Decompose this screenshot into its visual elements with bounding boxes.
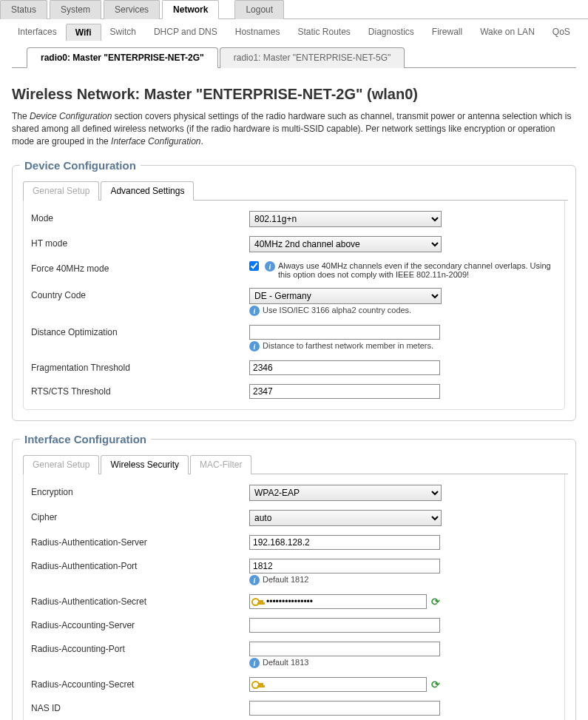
subtab-interfaces[interactable]: Interfaces xyxy=(9,24,66,41)
checkbox-force40[interactable] xyxy=(249,261,259,271)
main-tabs: Status System Services Network Logout xyxy=(0,0,588,19)
reveal-icon[interactable]: ⟳ xyxy=(431,596,440,608)
subtab-firewall[interactable]: Firewall xyxy=(423,24,471,41)
select-encryption[interactable]: WPA2-EAP xyxy=(249,485,442,501)
device-tab-general[interactable]: General Setup xyxy=(23,181,99,201)
device-configuration-legend: Device Configuration xyxy=(20,159,141,172)
interface-inner-tabs: General Setup Wireless Security MAC-Filt… xyxy=(23,454,568,474)
label-acctport: Radius-Accounting-Port xyxy=(31,642,249,654)
label-authport: Radius-Authentication-Port xyxy=(31,559,249,571)
label-distance: Distance Optimization xyxy=(31,325,249,337)
radio-tabs: radio0: Master "ENTERPRISE-NET-2G" radio… xyxy=(12,47,576,68)
tab-logout[interactable]: Logout xyxy=(234,0,284,19)
tab-system[interactable]: System xyxy=(50,0,101,19)
device-tab-advanced[interactable]: Advanced Settings xyxy=(101,181,194,201)
subtab-dhcp[interactable]: DHCP and DNS xyxy=(145,24,226,41)
subtab-diagnostics[interactable]: Diagnostics xyxy=(359,24,423,41)
select-mode[interactable]: 802.11g+n xyxy=(249,211,442,227)
subtab-switch[interactable]: Switch xyxy=(101,24,145,41)
input-authsecret[interactable] xyxy=(249,594,427,609)
input-nasid[interactable] xyxy=(249,701,440,716)
tab-status[interactable]: Status xyxy=(0,0,47,19)
label-nasid: NAS ID xyxy=(31,701,249,713)
hint-acctport: Default 1813 xyxy=(263,658,308,667)
device-inner-tabs: General Setup Advanced Settings xyxy=(23,181,568,201)
info-icon: i xyxy=(249,341,260,351)
interface-tab-general[interactable]: General Setup xyxy=(23,455,99,474)
subtab-wol[interactable]: Wake on LAN xyxy=(471,24,544,41)
label-force40: Force 40MHz mode xyxy=(31,261,249,274)
interface-tab-mac[interactable]: MAC-Filter xyxy=(190,455,251,474)
hint-authport: Default 1812 xyxy=(263,575,308,584)
label-acctserver: Radius-Accounting-Server xyxy=(31,618,249,630)
radio-tab-0[interactable]: radio0: Master "ENTERPRISE-NET-2G" xyxy=(27,47,218,68)
input-acctport[interactable] xyxy=(249,642,440,656)
tab-services[interactable]: Services xyxy=(104,0,160,19)
label-authserver: Radius-Authentication-Server xyxy=(31,535,249,548)
label-encryption: Encryption xyxy=(31,485,249,497)
input-acctserver[interactable] xyxy=(249,618,440,633)
input-acctsecret[interactable] xyxy=(249,677,427,692)
hint-force40: Always use 40MHz channels even if the se… xyxy=(278,261,557,279)
interface-configuration-legend: Interface Configuration xyxy=(20,433,151,445)
input-distance[interactable] xyxy=(249,325,440,340)
key-icon xyxy=(251,596,263,608)
key-icon xyxy=(251,679,263,690)
page-description: The Device Configuration section covers … xyxy=(12,110,576,147)
select-cipher[interactable]: auto xyxy=(249,510,442,526)
device-configuration-fieldset: Device Configuration General Setup Advan… xyxy=(12,159,576,421)
subtab-qos[interactable]: QoS xyxy=(544,24,579,41)
label-rts: RTS/CTS Threshold xyxy=(31,384,249,397)
label-cipher: Cipher xyxy=(31,510,249,522)
hint-distance: Distance to farthest network member in m… xyxy=(263,341,433,350)
interface-configuration-fieldset: Interface Configuration General Setup Wi… xyxy=(12,433,576,720)
input-frag[interactable] xyxy=(249,360,440,375)
select-country[interactable]: DE - Germany xyxy=(249,288,442,304)
label-authsecret: Radius-Authentication-Secret xyxy=(31,594,249,607)
info-icon: i xyxy=(249,575,260,585)
label-country: Country Code xyxy=(31,288,249,300)
page-title: Wireless Network: Master "ENTERPRISE-NET… xyxy=(12,86,576,103)
subtab-hostnames[interactable]: Hostnames xyxy=(226,24,289,41)
label-mode: Mode xyxy=(31,211,249,223)
interface-tab-security[interactable]: Wireless Security xyxy=(101,455,189,474)
sub-tabs: Interfaces Wifi Switch DHCP and DNS Host… xyxy=(0,19,588,41)
radio-tab-1[interactable]: radio1: Master "ENTERPRISE-NET-5G" xyxy=(220,47,405,68)
input-authport[interactable] xyxy=(249,559,440,573)
reveal-icon[interactable]: ⟳ xyxy=(431,679,440,690)
input-authserver[interactable] xyxy=(249,535,440,550)
label-htmode: HT mode xyxy=(31,236,249,249)
input-rts[interactable] xyxy=(249,384,440,399)
subtab-wifi[interactable]: Wifi xyxy=(66,24,101,41)
select-htmode[interactable]: 40MHz 2nd channel above xyxy=(249,236,442,252)
info-icon: i xyxy=(249,658,260,668)
subtab-staticroutes[interactable]: Static Routes xyxy=(288,24,359,41)
tab-network[interactable]: Network xyxy=(162,0,219,19)
info-icon: i xyxy=(265,261,275,272)
info-icon: i xyxy=(249,306,260,316)
label-frag: Fragmentation Threshold xyxy=(31,360,249,373)
label-acctsecret: Radius-Accounting-Secret xyxy=(31,677,249,690)
hint-country: Use ISO/IEC 3166 alpha2 country codes. xyxy=(263,306,411,314)
